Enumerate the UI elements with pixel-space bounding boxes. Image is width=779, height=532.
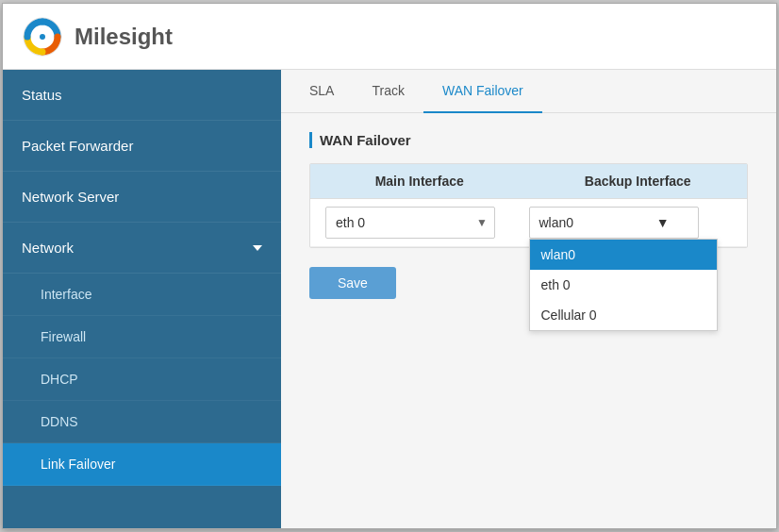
tab-sla[interactable]: SLA	[290, 70, 353, 113]
backup-interface-dropdown-list: wlan0 eth 0 Cellular 0	[529, 239, 718, 331]
backup-interface-cell: wlan0 ▼ wlan0 eth 0	[529, 207, 733, 239]
main-interface-cell: eth 0 wlan0 Cellular 0 ▼	[325, 207, 529, 239]
header-main-interface: Main Interface	[310, 164, 529, 198]
main-interface-select[interactable]: eth 0 wlan0 Cellular 0	[325, 207, 495, 239]
sidebar-sub-item-ddns[interactable]: DDNS	[3, 401, 281, 443]
sidebar-sub-item-link-failover[interactable]: Link Failover	[3, 443, 281, 486]
header-backup-interface: Backup Interface	[529, 164, 748, 198]
dropdown-arrow-icon: ▼	[656, 215, 670, 230]
header: Milesight	[3, 4, 776, 70]
milesight-logo-icon	[22, 16, 63, 58]
sidebar-item-packet-forwarder[interactable]: Packet Forwarder	[3, 121, 281, 172]
tab-wan-failover[interactable]: WAN Failover	[423, 70, 542, 113]
tabs-bar: SLA Track WAN Failover	[281, 70, 776, 113]
sidebar-item-network-server[interactable]: Network Server	[3, 172, 281, 223]
wan-failover-table: Main Interface Backup Interface eth 0 wl…	[309, 163, 748, 248]
sidebar-sub-item-interface[interactable]: Interface	[3, 274, 281, 316]
chevron-down-icon	[253, 245, 262, 251]
tab-track[interactable]: Track	[353, 70, 423, 113]
dropdown-option-cellular0[interactable]: Cellular 0	[530, 300, 717, 330]
main-content: SLA Track WAN Failover WAN Failover Main…	[281, 70, 776, 528]
section-title: WAN Failover	[309, 132, 748, 148]
sidebar-sub-item-firewall[interactable]: Firewall	[3, 316, 281, 358]
logo-text: Milesight	[75, 24, 173, 50]
content-area: WAN Failover Main Interface Backup Inter…	[281, 113, 776, 528]
save-button[interactable]: Save	[309, 267, 396, 299]
body: Status Packet Forwarder Network Server N…	[3, 70, 776, 528]
sidebar-item-status[interactable]: Status	[3, 70, 281, 121]
backup-interface-selected[interactable]: wlan0 ▼	[529, 207, 699, 239]
svg-point-2	[40, 34, 45, 40]
backup-interface-dropdown-wrapper: wlan0 ▼ wlan0 eth 0	[529, 207, 699, 239]
table-header-row: Main Interface Backup Interface	[310, 164, 747, 199]
table-data-row: eth 0 wlan0 Cellular 0 ▼	[310, 199, 747, 247]
sidebar-item-network[interactable]: Network	[3, 223, 281, 274]
dropdown-option-wlan0[interactable]: wlan0	[530, 240, 717, 270]
dropdown-option-eth0[interactable]: eth 0	[530, 270, 717, 300]
sidebar-sub-item-dhcp[interactable]: DHCP	[3, 358, 281, 401]
main-interface-select-wrapper: eth 0 wlan0 Cellular 0 ▼	[325, 207, 495, 239]
sidebar: Status Packet Forwarder Network Server N…	[3, 70, 281, 528]
